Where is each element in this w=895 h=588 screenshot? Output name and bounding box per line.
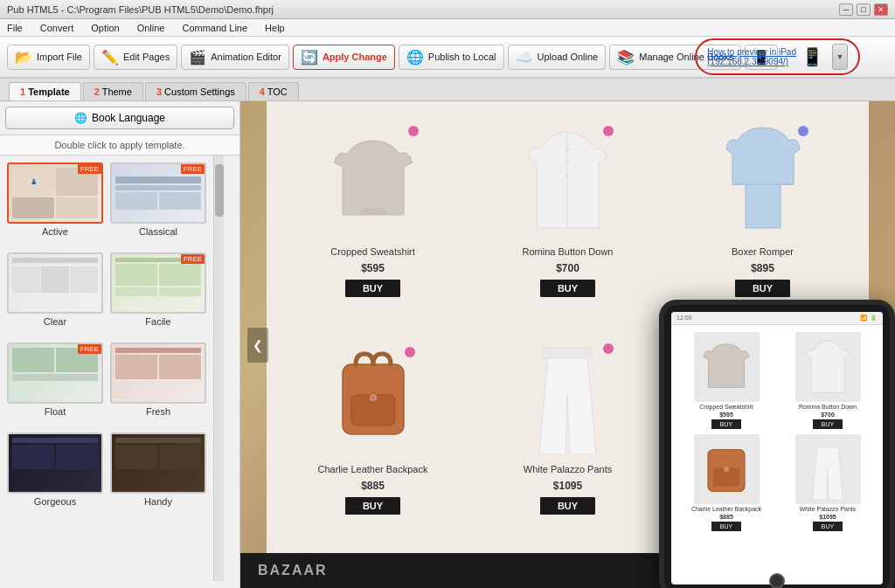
content-area: ❮ ❯ (240, 101, 895, 588)
template-label-clear: Clear (44, 316, 66, 327)
maximize-button[interactable]: □ (857, 3, 871, 16)
svg-point-2 (565, 161, 569, 164)
ipad-buy-2[interactable]: BUY (813, 419, 843, 429)
template-thumb-gorgeous[interactable] (7, 432, 103, 494)
ipad-home-button[interactable] (769, 573, 785, 588)
product-dot-5 (603, 343, 614, 354)
close-button[interactable]: ✕ (874, 3, 888, 16)
ipad-dropdown-button[interactable]: ▼ (832, 44, 848, 70)
svg-rect-9 (544, 348, 592, 358)
template-item-gorgeous[interactable]: Gorgeous (7, 432, 103, 515)
ipad-device-preview: 12:00📶 🔋 Cropped Sweatshirt $595 (659, 300, 895, 588)
product-price-romper: $895 (751, 262, 774, 274)
template-grid: FREE 👗 Active FREE (0, 156, 213, 522)
ipad-preview-button[interactable]: How to preview in iPad (192.168.2.30:909… (695, 38, 860, 75)
sidebar-header: 🌐 Book Language (0, 101, 239, 135)
template-label-float: Float (45, 406, 66, 417)
template-item-active[interactable]: FREE 👗 Active (7, 163, 103, 246)
toolbar: 📂 Import File ✏️ Edit Pages 🎬 Animation … (0, 37, 895, 79)
tab-template[interactable]: 1 Template (9, 82, 81, 100)
menu-option[interactable]: Option (87, 21, 122, 35)
animation-editor-button[interactable]: 🎬 Animation Editor (181, 45, 289, 70)
template-thumb-clear[interactable] (7, 252, 103, 314)
publish-local-button[interactable]: 🌐 Publish to Local (399, 45, 504, 70)
buy-button-romper[interactable]: BUY (735, 280, 790, 297)
svg-point-12 (724, 467, 729, 472)
menu-help[interactable]: Help (261, 21, 288, 35)
import-file-button[interactable]: 📂 Import File (7, 45, 90, 70)
product-img-sweatshirt (321, 119, 426, 241)
template-item-float[interactable]: FREE Float (7, 342, 103, 425)
template-item-classical[interactable]: FREE Classical (110, 163, 206, 246)
template-item-fresh[interactable]: Fresh (110, 342, 206, 425)
tab-custom-settings[interactable]: 3 Custom Settings (145, 82, 246, 100)
product-name-pants: White Palazzo Pants (524, 464, 613, 474)
product-dot-2 (603, 126, 614, 136)
product-price-sweatshirt: $595 (361, 262, 385, 274)
ipad-product-3: Charlie Leather Backpack $885 BUY (678, 434, 774, 531)
product-card-sweatshirt: Cropped Sweatshirt $595 BUY (275, 119, 470, 319)
menu-file[interactable]: File (3, 21, 26, 35)
template-item-clear[interactable]: Clear (7, 252, 103, 336)
template-thumb-active[interactable]: FREE 👗 (7, 163, 103, 224)
apply-icon: 🔄 (301, 49, 318, 66)
upload-icon: ☁️ (516, 49, 533, 66)
products-row-1: Cropped Sweatshirt $595 BUY (267, 101, 869, 328)
buy-button-pants[interactable]: BUY (540, 497, 595, 515)
ipad-product-2: Romina Button Down $700 BUY (780, 332, 876, 429)
ipad-preview-text: How to preview in iPad (192.168.2.30:909… (707, 47, 796, 66)
template-thumb-fresh[interactable] (110, 342, 206, 404)
product-name-shirt: Romina Button Down (523, 246, 614, 257)
book-language-button[interactable]: 🌐 Book Language (5, 107, 234, 129)
ipad-buy-3[interactable]: BUY (711, 522, 741, 531)
sidebar-scrollbar[interactable] (213, 156, 224, 581)
template-thumb-facile[interactable]: FREE (110, 252, 206, 314)
template-item-handy[interactable]: Handy (110, 432, 206, 515)
apply-change-button[interactable]: 🔄 Apply Change (293, 45, 395, 70)
svg-rect-13 (815, 442, 841, 447)
upload-online-button[interactable]: ☁️ Upload Online (508, 45, 607, 70)
romper-svg (719, 123, 807, 237)
template-label-fresh: Fresh (146, 406, 170, 417)
ipad-img-pants (795, 434, 861, 504)
free-badge-4: FREE (78, 344, 101, 354)
sidebar: 🌐 Book Language Double click to apply te… (0, 101, 240, 588)
edit-pages-button[interactable]: ✏️ Edit Pages (94, 45, 177, 70)
buy-button-sweatshirt[interactable]: BUY (345, 280, 400, 297)
tab-toc[interactable]: 4 TOC (248, 82, 299, 100)
tab-theme[interactable]: 2 Theme (83, 82, 143, 100)
ipad-img-sweatshirt (694, 332, 760, 402)
template-thumb-classical[interactable]: FREE (110, 163, 206, 224)
menu-online[interactable]: Online (134, 21, 169, 35)
template-thumb-handy[interactable] (110, 432, 206, 494)
product-dot-3 (798, 126, 808, 136)
product-dot-4 (405, 347, 415, 357)
menu-convert[interactable]: Convert (37, 21, 78, 35)
buy-button-backpack[interactable]: BUY (345, 497, 400, 515)
sweatshirt-svg (330, 128, 417, 232)
window-title: Pub HTML5 - C:\Program Files\PUB HTML5\D… (7, 4, 274, 15)
publish-icon: 🌐 (406, 49, 424, 66)
buy-button-shirt[interactable]: BUY (540, 280, 595, 297)
product-img-pants (516, 336, 621, 459)
product-name-sweatshirt: Cropped Sweatshirt (330, 246, 415, 257)
template-thumb-float[interactable]: FREE (7, 342, 103, 404)
template-label-handy: Handy (144, 496, 172, 507)
page-nav-left[interactable]: ❮ (247, 328, 268, 363)
template-label-facile: Facile (145, 316, 170, 327)
template-item-facile[interactable]: FREE Facile (110, 252, 206, 336)
template-label-active: Active (42, 226, 68, 237)
product-name-romper: Boxer Romper (732, 246, 794, 257)
menu-command-line[interactable]: Command Line (178, 21, 251, 35)
product-img-romper (711, 119, 815, 241)
import-icon: 📂 (15, 49, 32, 66)
ipad-sweatshirt-svg (700, 336, 753, 398)
product-card-romper: Boxer Romper $895 BUY (665, 119, 860, 319)
ipad-pants-svg (806, 439, 850, 500)
ipad-buy-4[interactable]: BUY (813, 522, 843, 531)
book-lang-icon: 🌐 (74, 112, 87, 124)
product-card-shirt: Romina Button Down $700 BUY (470, 119, 665, 319)
minimize-button[interactable]: ─ (839, 3, 853, 16)
ipad-buy-1[interactable]: BUY (711, 419, 741, 429)
free-badge-3: FREE (181, 254, 205, 264)
